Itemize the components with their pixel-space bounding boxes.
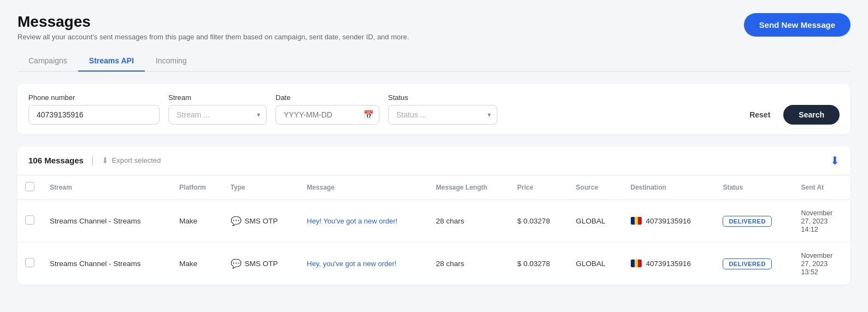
title-area: Messages Review all your account's sent … xyxy=(17,13,409,41)
table-row: Streams Channel - Streams Make 💬 SMS OTP… xyxy=(17,199,851,242)
row-stream: Streams Channel - Streams xyxy=(42,199,172,242)
stream-label: Stream xyxy=(168,93,267,102)
row-checkbox[interactable] xyxy=(25,258,34,267)
col-price: Price xyxy=(509,175,568,200)
header-row: Messages Review all your account's sent … xyxy=(17,13,851,41)
stream-select-wrapper: Stream ... ▾ xyxy=(168,105,267,125)
page: Messages Review all your account's sent … xyxy=(0,0,868,312)
row-source: GLOBAL xyxy=(568,199,623,242)
phone-number-input[interactable] xyxy=(28,105,160,125)
table-header-row: Stream Platform Type Message Message Len… xyxy=(17,175,851,200)
phone-number-label: Phone number xyxy=(28,93,160,102)
row-stream: Streams Channel - Streams xyxy=(42,242,172,285)
status-badge: DELIVERED xyxy=(723,258,771,269)
messages-table: Stream Platform Type Message Message Len… xyxy=(17,175,851,285)
select-all-checkbox[interactable] xyxy=(25,182,34,191)
date-input-wrapper: 📅 xyxy=(275,105,379,125)
row-message-length: 28 chars xyxy=(429,242,510,285)
col-message-length: Message Length xyxy=(429,175,510,200)
col-source: Source xyxy=(568,175,623,200)
stream-filter: Stream Stream ... ▾ xyxy=(168,93,267,125)
phone-number-filter: Phone number xyxy=(28,93,160,125)
status-badge: DELIVERED xyxy=(723,216,771,227)
row-type: 💬 SMS OTP xyxy=(223,199,300,242)
row-platform: Make xyxy=(172,242,222,285)
date-input[interactable] xyxy=(275,105,379,125)
row-destination-number: 40739135916 xyxy=(646,260,691,268)
row-sent-at: November 27, 2023 14:12 xyxy=(794,199,851,242)
row-price: $ 0.03278 xyxy=(509,199,568,242)
row-source: GLOBAL xyxy=(568,242,623,285)
status-label: Status xyxy=(388,93,497,102)
row-sent-at: November 27, 2023 13:52 xyxy=(794,242,851,285)
col-platform: Platform xyxy=(172,175,222,200)
row-price: $ 0.03278 xyxy=(509,242,568,285)
table-toolbar: 106 Messages | ⬇ Export selected ⬇ xyxy=(17,146,851,175)
flag-icon xyxy=(631,217,642,225)
row-message-text: Hey! You've got a new order! xyxy=(307,217,397,225)
col-stream: Stream xyxy=(42,175,172,200)
col-status: Status xyxy=(715,175,793,200)
row-type: 💬 SMS OTP xyxy=(223,242,300,285)
row-message-length: 28 chars xyxy=(429,199,510,242)
toolbar-separator: | xyxy=(91,155,94,166)
row-destination: 40739135916 xyxy=(623,199,715,242)
tab-streams-api[interactable]: Streams API xyxy=(78,51,145,72)
row-platform: Make xyxy=(172,199,222,242)
row-type-label: SMS OTP xyxy=(245,217,278,225)
row-type-label: SMS OTP xyxy=(245,260,278,268)
download-arrow-icon: ⬇ xyxy=(102,156,109,166)
page-subtitle: Review all your account's sent messages … xyxy=(17,33,409,41)
row-message: Hey! You've got a new order! xyxy=(299,199,428,242)
message-count: 106 Messages xyxy=(28,156,84,165)
tabs: Campaigns Streams API Incoming xyxy=(17,51,851,72)
export-label: Export selected xyxy=(112,156,161,164)
col-checkbox xyxy=(17,175,42,200)
row-sent-at-text: November 27, 2023 14:12 xyxy=(801,209,833,233)
row-checkbox-cell xyxy=(17,242,42,285)
row-message-text: Hey, you've got a new order! xyxy=(307,260,396,268)
filter-actions: Reset Search xyxy=(744,105,840,125)
page-title: Messages xyxy=(17,13,409,31)
date-filter: Date 📅 xyxy=(275,93,379,125)
stream-select[interactable]: Stream ... xyxy=(168,105,267,125)
col-type: Type xyxy=(223,175,300,200)
status-select-wrapper: Status ... ▾ xyxy=(388,105,497,125)
col-sent-at: Sent At xyxy=(794,175,851,200)
col-destination: Destination xyxy=(623,175,715,200)
table-container: 106 Messages | ⬇ Export selected ⬇ Strea… xyxy=(17,146,851,285)
col-message: Message xyxy=(299,175,428,200)
sms-icon: 💬 xyxy=(231,258,242,269)
filters-row: Phone number Stream Stream ... ▾ Date 📅 … xyxy=(17,84,851,134)
tab-campaigns[interactable]: Campaigns xyxy=(17,51,78,72)
flag-icon xyxy=(631,260,642,267)
reset-button[interactable]: Reset xyxy=(744,105,776,124)
send-new-message-button[interactable]: Send New Message xyxy=(744,13,851,37)
row-checkbox-cell xyxy=(17,199,42,242)
table-scroll-area: Stream Platform Type Message Message Len… xyxy=(17,175,851,285)
sms-icon: 💬 xyxy=(231,216,242,226)
row-status: DELIVERED xyxy=(715,242,793,285)
export-selected-button[interactable]: ⬇ Export selected xyxy=(102,156,161,166)
download-icon: ⬇ xyxy=(830,155,840,167)
download-icon-button[interactable]: ⬇ xyxy=(830,154,840,167)
date-label: Date xyxy=(275,93,379,102)
row-sent-at-text: November 27, 2023 13:52 xyxy=(801,252,833,276)
table-row: Streams Channel - Streams Make 💬 SMS OTP… xyxy=(17,242,851,285)
search-button[interactable]: Search xyxy=(783,105,840,125)
row-destination: 40739135916 xyxy=(623,242,715,285)
row-destination-number: 40739135916 xyxy=(646,217,691,225)
status-filter: Status Status ... ▾ xyxy=(388,93,497,125)
row-checkbox[interactable] xyxy=(25,215,34,225)
row-status: DELIVERED xyxy=(715,199,793,242)
tab-incoming[interactable]: Incoming xyxy=(145,51,198,72)
row-message: Hey, you've got a new order! xyxy=(299,242,428,285)
status-select[interactable]: Status ... xyxy=(388,105,497,125)
